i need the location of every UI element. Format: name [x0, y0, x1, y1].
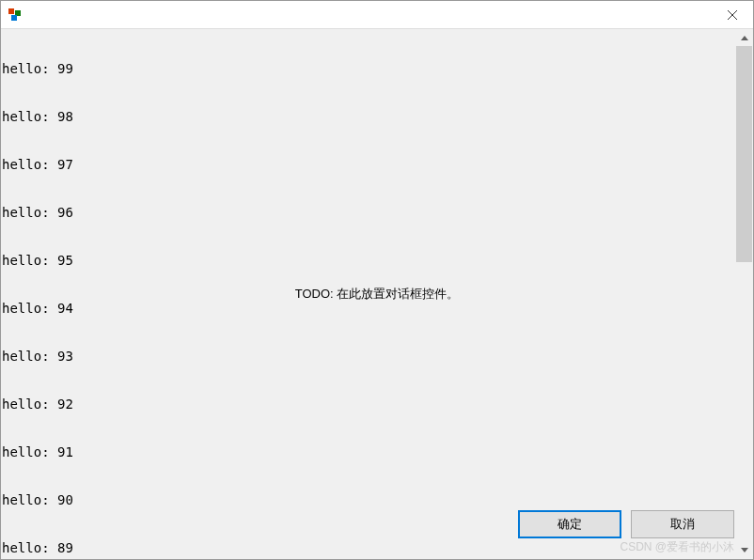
titlebar — [1, 1, 753, 29]
log-line: hello: 94 — [2, 301, 73, 317]
svg-rect-0 — [8, 8, 14, 14]
chevron-up-icon — [741, 36, 748, 40]
placeholder-text: TODO: 在此放置对话框控件。 — [291, 284, 463, 304]
log-line: hello: 96 — [2, 205, 73, 221]
vertical-scrollbar[interactable] — [736, 30, 752, 558]
cancel-button[interactable]: 取消 — [631, 510, 734, 538]
ok-button[interactable]: 确定 — [518, 510, 621, 538]
close-icon — [727, 9, 738, 21]
chevron-down-icon — [741, 548, 748, 552]
log-line: hello: 95 — [2, 253, 73, 269]
app-icon — [7, 7, 24, 23]
watermark-text: CSDN @爱看书的小沐 — [620, 539, 734, 555]
dialog-buttons: 确定 取消 — [518, 510, 734, 538]
log-line: hello: 91 — [2, 444, 73, 460]
log-line: hello: 90 — [2, 492, 73, 508]
log-line: hello: 98 — [2, 109, 73, 125]
log-line: hello: 97 — [2, 157, 73, 173]
log-line: hello: 92 — [2, 397, 73, 412]
log-line: hello: 93 — [2, 349, 73, 365]
svg-rect-2 — [11, 15, 17, 21]
close-button[interactable] — [711, 1, 753, 29]
log-line: hello: 89 — [2, 540, 73, 556]
scroll-thumb[interactable] — [736, 46, 752, 262]
log-line: hello: 99 — [2, 61, 73, 77]
scroll-down-button[interactable] — [736, 542, 752, 558]
log-output: hello: 99 hello: 98 hello: 97 hello: 96 … — [1, 29, 73, 559]
client-area: hello: 99 hello: 98 hello: 97 hello: 96 … — [1, 29, 753, 559]
scroll-up-button[interactable] — [736, 30, 752, 46]
